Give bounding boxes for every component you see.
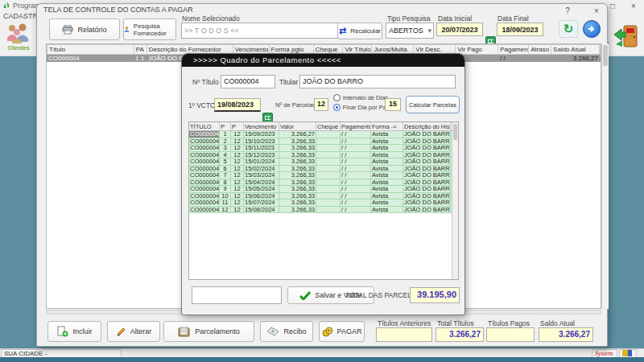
cell[interactable]: 3.266,33 (279, 200, 316, 207)
pagar-button[interactable]: PAGAR (319, 321, 365, 342)
cell[interactable] (316, 179, 341, 187)
cell[interactable]: 15/04/2024 (244, 179, 279, 187)
cell[interactable]: CO000004 (189, 145, 220, 152)
cell[interactable] (316, 166, 341, 173)
cell[interactable]: 12 (231, 200, 244, 207)
cell[interactable]: 6 (220, 166, 231, 173)
calcular-parcelas-button[interactable]: Calcular Parcelas (406, 96, 460, 113)
cell[interactable]: CO000004 (47, 55, 134, 62)
cell[interactable]: 12 (231, 193, 244, 200)
cell[interactable]: 12 (231, 138, 244, 146)
cell[interactable]: 15/02/2024 (244, 166, 279, 173)
parcela-row[interactable]: CO00000421215/10/20233.266,33/ /AvistaJO… (189, 138, 458, 146)
cell[interactable] (316, 172, 341, 179)
cell[interactable]: 7 (220, 172, 231, 179)
cell[interactable]: / / (341, 200, 371, 207)
cell[interactable]: 3.266,33 (279, 138, 316, 146)
cell[interactable]: JOÃO DO BARR (403, 172, 451, 179)
cell[interactable]: CO000004 (189, 179, 220, 187)
scrollbar-thumb[interactable] (603, 45, 608, 66)
parcela-row[interactable]: CO000004121215/08/20243.266,33/ /AvistaJ… (189, 207, 458, 214)
refresh-button[interactable]: ↻ (559, 20, 578, 38)
column-header[interactable]: Pagamento (498, 45, 529, 54)
cell[interactable]: JOÃO DO BARR (403, 131, 451, 138)
cell[interactable]: / / (341, 186, 371, 193)
cell[interactable]: 12 (220, 207, 231, 214)
cell[interactable]: / / (341, 131, 371, 138)
column-header[interactable]: Título (47, 45, 134, 54)
cell[interactable]: Avista (371, 158, 403, 166)
cell[interactable]: CO000004 (189, 131, 220, 138)
cell[interactable]: 3.266,33 (279, 152, 316, 159)
cell[interactable]: JOÃO DO BARR (403, 186, 451, 193)
cell[interactable]: 15/06/2024 (244, 193, 279, 200)
column-header[interactable]: Atraso (529, 45, 551, 54)
cell[interactable]: / / (341, 179, 371, 187)
cell[interactable]: 3.266,33 (279, 145, 316, 152)
cell[interactable]: / / (498, 55, 529, 62)
cell[interactable]: 15/10/2023 (244, 138, 279, 146)
cell[interactable]: 9 (220, 186, 231, 193)
column-header[interactable]: Descrição do His (403, 122, 451, 130)
cell[interactable]: 15/07/2024 (244, 200, 279, 207)
cell[interactable]: / / (341, 138, 371, 146)
recalcular-button[interactable]: ⇄ Recalcular (337, 23, 382, 39)
titles-grid-vscrollbar[interactable] (601, 43, 609, 309)
parcela-row[interactable]: CO00000451215/01/20243.266,33/ /AvistaJO… (189, 158, 458, 166)
main-help-button[interactable]: ? (560, 6, 575, 16)
column-header[interactable]: Pagamento (341, 122, 371, 130)
cell[interactable]: / / (341, 152, 371, 159)
cell[interactable]: 2 (220, 138, 231, 146)
recibo-button[interactable]: Recibo (260, 321, 313, 342)
modal-footer-input[interactable] (192, 286, 282, 304)
column-header[interactable]: Valor (279, 122, 316, 130)
cell[interactable]: 12 (231, 166, 244, 173)
bg-close-button[interactable]: × (626, 1, 641, 11)
column-header[interactable]: Vencimento (244, 122, 279, 130)
cell[interactable]: CO000004 (189, 200, 220, 207)
cell[interactable]: JOÃO DO BARR (403, 207, 451, 214)
nome-selecionado-field[interactable]: >> T O D O S << (181, 23, 339, 39)
cell[interactable]: CO000004 (189, 166, 220, 173)
cell[interactable] (316, 145, 341, 152)
cell[interactable]: 12 (231, 158, 244, 166)
cell[interactable]: 12 (231, 152, 244, 159)
parcelamento-button[interactable]: Parcelamento (163, 321, 254, 342)
cell[interactable]: Avista (371, 200, 403, 207)
cell[interactable]: 1 (220, 131, 231, 138)
cell[interactable]: / / (341, 158, 371, 166)
cell[interactable]: JOÃO DO BARR (403, 179, 451, 187)
parcela-row[interactable]: CO00000441215/12/20233.266,33/ /AvistaJO… (189, 152, 458, 159)
cell[interactable]: 15/09/2023 (244, 131, 279, 138)
parcela-row[interactable]: CO00000491215/05/20243.266,33/ /AvistaJO… (189, 186, 458, 193)
data-final-field[interactable]: 18/09/2023 (497, 23, 543, 36)
cell[interactable]: 15/01/2024 (244, 158, 279, 166)
cell[interactable]: Avista (371, 207, 403, 214)
cell[interactable]: CO000004 (189, 207, 220, 214)
parcela-row[interactable]: CO00000411215/09/20233.266,27/ /AvistaJO… (189, 131, 458, 138)
cell[interactable]: CO000004 (189, 186, 220, 193)
parcela-row[interactable]: CO00000471215/03/20243.266,33/ /AvistaJO… (189, 172, 458, 179)
cell[interactable]: 15/03/2024 (244, 172, 279, 179)
cell[interactable]: 3.266,27 (551, 55, 600, 62)
cell[interactable]: Avista (371, 179, 403, 187)
parcela-row[interactable]: CO00000481215/04/20243.266,33/ /AvistaJO… (189, 179, 458, 187)
cell[interactable]: JOÃO DO BARR (403, 138, 451, 146)
cell[interactable]: 3.266,33 (279, 193, 316, 200)
cell[interactable]: / / (341, 193, 371, 200)
column-header[interactable]: TÍTULO (189, 122, 220, 130)
cell[interactable] (316, 158, 341, 166)
cell[interactable] (316, 152, 341, 159)
column-header[interactable]: P (220, 122, 231, 130)
relatorio-button[interactable]: Relatório (49, 19, 120, 40)
cell[interactable]: 11 (220, 200, 231, 207)
data-inicial-field[interactable]: 20/07/2023 (436, 23, 483, 36)
clientes-toolbutton[interactable]: Clientes (3, 23, 34, 51)
dia-field[interactable]: 15 (385, 98, 401, 111)
cell[interactable]: Avista (371, 172, 403, 179)
parcelas-vscrollbar[interactable] (452, 122, 458, 279)
cell[interactable]: JOÃO DO BARR (403, 166, 451, 173)
column-header[interactable]: Forma -> (371, 122, 403, 130)
cell[interactable] (316, 193, 341, 200)
cell[interactable]: JOÃO DO BARR (403, 200, 451, 207)
